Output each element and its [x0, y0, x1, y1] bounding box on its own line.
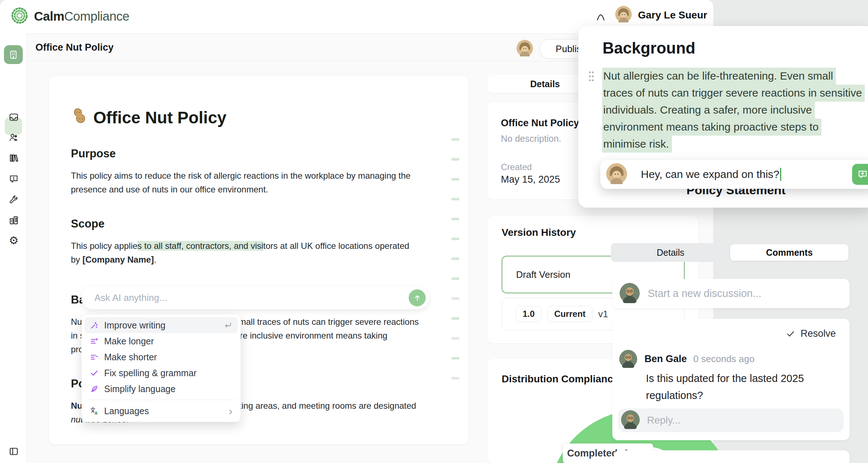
- feather-icon: [90, 385, 99, 394]
- collaborator-avatar[interactable]: [516, 40, 533, 58]
- created-value: May 15, 2025: [501, 174, 560, 185]
- brand-name: CalmCompliance: [34, 9, 129, 24]
- menu-item-make-shorter[interactable]: Make shorter: [85, 349, 238, 365]
- reply-input[interactable]: Reply...: [618, 408, 844, 432]
- details-description: No description.: [501, 133, 561, 144]
- highlighted-paragraph[interactable]: Nut allergies can be life-threatening. E…: [602, 68, 865, 153]
- comment-thread-card: Resolve Ben Gale 0 seconds ago Is this u…: [612, 319, 850, 440]
- section-heading-scope: Scope: [71, 217, 447, 230]
- sidebar-item-library[interactable]: [8, 153, 19, 163]
- page-title: Office Nut Policy: [35, 42, 114, 53]
- sidebar-item-feedback[interactable]: [8, 174, 19, 184]
- enter-key-icon: [223, 320, 233, 330]
- reply-placeholder: Reply...: [647, 415, 681, 426]
- brand-logo[interactable]: CalmCompliance: [10, 6, 129, 26]
- svg-text:A: A: [95, 411, 98, 415]
- scope-paragraph: This policy applies to all staff, contra…: [71, 239, 447, 267]
- ben-avatar: [620, 283, 640, 305]
- created-label: Created: [501, 162, 532, 172]
- details-comments-tabs: Details Comments: [611, 243, 850, 262]
- gear-icon: ⚙: [9, 235, 19, 246]
- version-tag: v1: [598, 309, 608, 320]
- composer-avatar: [606, 163, 627, 186]
- new-discussion-card[interactable]: Start a new discussion...: [612, 279, 850, 308]
- menu-item-make-longer[interactable]: Make longer: [85, 333, 238, 349]
- screen: { "header": {"brand_bold": "Calm", "bran…: [0, 0, 868, 463]
- menu-item-simplify-language[interactable]: Simplify language: [85, 381, 238, 397]
- sidebar: ⚙: [0, 33, 27, 463]
- version-history-title: Version History: [502, 227, 576, 238]
- user-name[interactable]: Gary Le Sueur: [638, 9, 707, 21]
- next-thread-card[interactable]: [614, 450, 850, 463]
- peanut-emoji: [71, 107, 88, 128]
- menu-item-improve-writing[interactable]: Improve writing: [85, 317, 238, 333]
- translate-icon: A: [90, 407, 99, 416]
- purpose-paragraph: This policy aims to reduce the risk of a…: [71, 169, 447, 196]
- document-title: Office Nut Policy: [71, 107, 447, 128]
- ask-ai-placeholder: Ask AI anything...: [94, 292, 409, 303]
- details-doc-title: Office Nut Policy: [501, 118, 579, 129]
- ask-ai-input[interactable]: Ask AI anything...: [81, 286, 429, 309]
- sidebar-item-settings[interactable]: ⚙: [8, 235, 19, 246]
- distribution-title: Distribution Compliance: [502, 373, 619, 385]
- tab-comments[interactable]: Comments: [730, 244, 848, 261]
- current-badge: Current: [547, 306, 592, 322]
- sidebar-item-tools[interactable]: [8, 194, 19, 205]
- preview-heading: Background: [603, 39, 695, 57]
- check-icon: [786, 329, 795, 339]
- sidebar-item-people[interactable]: [8, 132, 19, 143]
- check-icon: [90, 369, 99, 378]
- lines-plus-icon: [90, 337, 99, 346]
- reply-avatar: [621, 410, 640, 430]
- chevron-right-icon: ›: [229, 407, 233, 415]
- comment-composer[interactable]: Hey, can we expand on this?: [600, 160, 868, 189]
- text-cursor: [780, 168, 781, 181]
- comment-plus-icon: [857, 169, 868, 180]
- menu-item-fix-spelling[interactable]: Fix spelling & grammar: [85, 365, 238, 381]
- magic-wand-icon: [90, 321, 99, 330]
- comment-draft-text[interactable]: Hey, can we expand on this?: [641, 168, 779, 180]
- comment-author-avatar: [619, 350, 637, 369]
- section-heading-purpose: Purpose: [71, 147, 447, 160]
- drag-handle-icon[interactable]: [587, 69, 596, 85]
- org-building-icon[interactable]: [4, 45, 23, 64]
- lines-minus-icon: [90, 353, 99, 362]
- user-avatar[interactable]: [615, 6, 632, 24]
- version-number-badge: 1.0: [516, 306, 541, 322]
- comment-author-name[interactable]: Ben Gale: [644, 353, 687, 365]
- sidebar-item-organisation[interactable]: [8, 215, 19, 226]
- ask-ai-send-button[interactable]: [409, 289, 426, 306]
- sidebar-item-inbox[interactable]: [8, 112, 19, 123]
- brand-spiral-icon: [10, 6, 29, 26]
- tab-details[interactable]: Details: [611, 243, 730, 262]
- new-discussion-placeholder: Start a new discussion...: [648, 288, 761, 300]
- arrow-up-icon: [413, 294, 421, 302]
- submit-comment-button[interactable]: [852, 164, 868, 185]
- caret-icon[interactable]: [595, 8, 607, 24]
- menu-divider: [85, 400, 237, 400]
- ai-actions-menu: Improve writing Make longer Make shorter…: [81, 314, 241, 422]
- resolve-button[interactable]: Resolve: [786, 328, 836, 339]
- menu-item-languages[interactable]: A Languages ›: [85, 403, 238, 419]
- comment-timestamp: 0 seconds ago: [693, 353, 754, 365]
- sidebar-collapse-toggle[interactable]: [8, 446, 19, 457]
- comment-text: Is this updated for the lasted 2025regul…: [646, 370, 804, 404]
- text-highlight: s to all staff, contractors, and visi: [137, 241, 263, 251]
